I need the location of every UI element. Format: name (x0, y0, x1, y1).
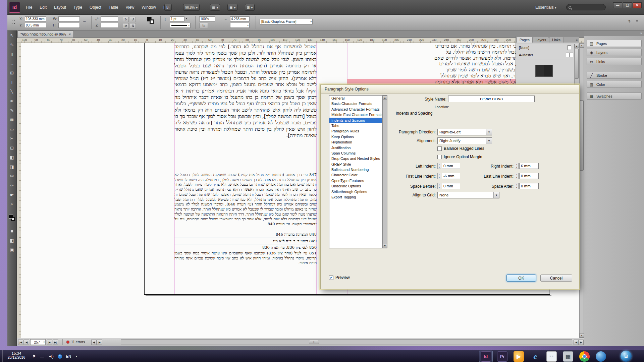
search-input[interactable] (566, 4, 606, 10)
chevron-down-icon[interactable]: ▾ (186, 17, 187, 20)
menu[interactable]: Layout (50, 0, 70, 15)
page-tool[interactable]: ▯ (7, 49, 16, 59)
stroke-swatch[interactable] (150, 19, 154, 24)
view-mode-button[interactable]: ▣ (7, 245, 16, 254)
maximize-button[interactable]: ▢ (623, 2, 632, 8)
direct-selection-tool[interactable]: ⇖ (7, 40, 16, 49)
right-indent-input[interactable] (519, 163, 539, 169)
last-line-indent-input[interactable] (519, 173, 539, 179)
flip-vertical-button[interactable]: ⇅ (130, 23, 136, 28)
taskbar-clock[interactable]: 15:34 20/12/2016 (5, 351, 28, 359)
scrollbar-thumb[interactable]: ⠿ (309, 340, 319, 344)
style-category-list[interactable]: GeneralBasic Character FormatsAdvanced C… (329, 95, 382, 248)
page-spread-thumbnail[interactable] (535, 65, 553, 77)
network-icon[interactable] (40, 355, 44, 358)
dock-button-pages[interactable]: ▤ Pages (587, 40, 642, 47)
left-indent-stepper[interactable]: ▲▼ (437, 163, 441, 169)
space-after-stepper[interactable]: ▲▼ (515, 183, 519, 189)
space-before-stepper[interactable]: ▲▼ (437, 183, 441, 189)
view-options-dropdown[interactable]: ▦▾ (210, 4, 220, 11)
scroll-up-icon[interactable]: ▲ (383, 96, 387, 100)
taskbar-notepad-button[interactable]: ≡≡ (545, 351, 558, 362)
quick-apply-icon[interactable]: ↯ (628, 19, 631, 23)
apply-color-button[interactable]: ■ (7, 226, 16, 236)
workspace-switcher[interactable]: Essentials ▾ (535, 5, 556, 10)
scrollbar-thumb[interactable] (580, 100, 584, 171)
vertical-scrollbar[interactable]: ▲ ▼ (579, 43, 584, 338)
apply-gradient-button[interactable]: ◧ (7, 236, 16, 245)
rectangle-frame-tool[interactable]: ⊠ (7, 115, 16, 124)
first-line-indent-stepper[interactable]: ▲▼ (437, 173, 441, 179)
language-indicator[interactable]: EN (66, 354, 71, 358)
taskbar-media-app-button[interactable]: ▶ (512, 351, 526, 362)
tab-links[interactable]: Links (549, 37, 564, 43)
reference-point-proxy[interactable] (11, 19, 16, 25)
horizontal-scrollbar[interactable]: ⠿ (121, 339, 572, 345)
style-category[interactable]: OpenType Features (329, 178, 382, 183)
last-page-button[interactable]: ▶| (53, 340, 58, 345)
eyedropper-tool[interactable]: ✑ (7, 181, 16, 190)
tab-pages[interactable]: Pages (517, 37, 533, 43)
y-input[interactable] (25, 23, 46, 28)
vertical-ruler[interactable] (17, 43, 21, 338)
dialog-title-bar[interactable]: Paragraph Style Options (321, 85, 579, 94)
close-button[interactable]: ✕ (633, 2, 642, 8)
scale-y-input[interactable] (101, 23, 118, 28)
next-page-button[interactable]: ▶ (47, 340, 52, 345)
master-row-none[interactable]: [None] (516, 44, 579, 51)
page-thumbnail[interactable] (544, 65, 553, 77)
rectangle-tool[interactable]: ▭ (7, 124, 16, 134)
dock-button-layers[interactable]: ◈ Layers (587, 49, 642, 56)
last-line-indent-stepper[interactable]: ▲▼ (515, 173, 519, 179)
style-name-input[interactable] (448, 96, 535, 102)
gradient-feather-tool[interactable]: ◨ (7, 162, 16, 171)
taskbar-premiere-button[interactable]: Pr (495, 351, 509, 362)
scroll-up-icon[interactable]: ▲ (580, 43, 584, 48)
screen-mode-dropdown[interactable]: ▣▾ (227, 4, 237, 11)
selection-tool[interactable]: ↖ (7, 31, 16, 40)
style-category[interactable]: Justification (329, 145, 382, 150)
taskbar-indesign-button[interactable]: Id (479, 351, 493, 362)
dock-button-stroke[interactable]: ╱ Stroke (587, 72, 642, 79)
preview-checkbox[interactable] (329, 276, 333, 280)
bridge-button[interactable]: Br (164, 4, 172, 11)
x-input[interactable] (25, 16, 46, 21)
style-category[interactable]: Advanced Character Formats (329, 107, 382, 112)
preflight-error-icon[interactable] (66, 341, 69, 344)
scroll-right-icon[interactable]: ▶ (578, 340, 584, 345)
style-category[interactable]: Tabs (329, 123, 382, 128)
action-center-icon[interactable]: ⚑ (32, 354, 36, 359)
dock-button-swatches[interactable]: ▦ Swatches (587, 93, 642, 100)
help-icon[interactable]: ? (58, 354, 62, 359)
page-thumbnail[interactable] (535, 65, 544, 77)
h-input[interactable] (58, 23, 80, 28)
rotate-90-ccw-button[interactable]: ↺ (130, 17, 136, 22)
arrange-documents-dropdown[interactable]: ⊞▾ (245, 4, 255, 11)
ignore-optical-margin-checkbox[interactable] (437, 155, 442, 159)
ruler-origin[interactable] (17, 38, 21, 43)
w-input[interactable] (58, 16, 80, 21)
space-after-input[interactable] (519, 183, 539, 189)
right-indent-stepper[interactable]: ▲▼ (515, 163, 519, 169)
alignment-dropdown[interactable]: Right Justify ▼ (437, 137, 492, 144)
panel-menu-icon[interactable]: ≡ (575, 39, 579, 43)
scrollbar-thumb[interactable] (575, 49, 579, 79)
menu[interactable]: Table (105, 0, 122, 15)
stroke-type-dropdown[interactable]: ▾ (170, 23, 191, 28)
style-category[interactable]: Span Columns (329, 150, 382, 156)
menu[interactable]: Type (70, 0, 86, 15)
dock-button-links[interactable]: ∞ Links (587, 58, 642, 65)
style-category[interactable]: Indents and Spacing (329, 118, 382, 123)
close-tab-icon[interactable]: ✕ (69, 33, 71, 36)
style-category[interactable]: Middle East Character Formats (329, 112, 382, 117)
rotate-90-cw-button[interactable]: ↻ (123, 17, 129, 22)
cancel-button[interactable]: Cancel (540, 275, 572, 282)
content-collector-tool[interactable]: ⊞ (7, 68, 16, 77)
tab-layers[interactable]: Layers (533, 37, 549, 43)
preflight-prev-icon[interactable]: ◀ (91, 340, 97, 345)
gap-tool[interactable]: ↔ (7, 59, 16, 68)
taskbar-blue-app-button[interactable] (594, 351, 608, 362)
effects-button[interactable]: fx (199, 23, 208, 28)
line-tool[interactable]: ╲ (7, 87, 16, 96)
gradient-swatch-tool[interactable]: ◧ (7, 153, 16, 162)
